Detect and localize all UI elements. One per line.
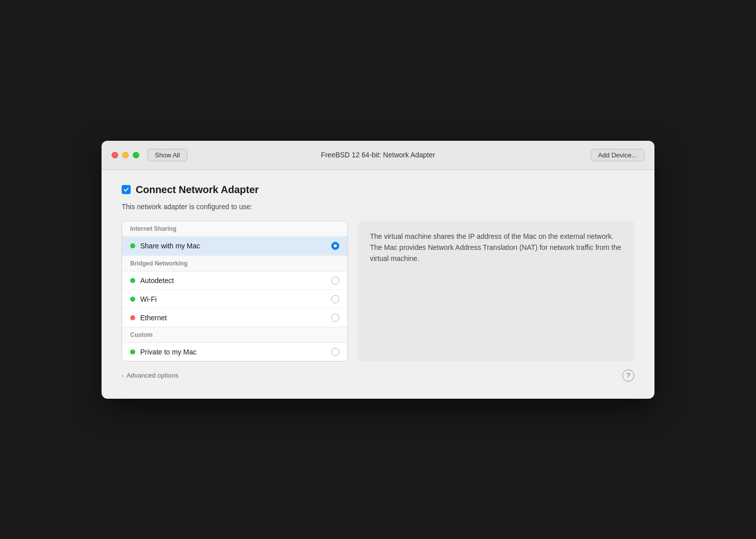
description-text: This network adapter is configured to us…	[122, 203, 634, 211]
bottom-bar: › Advanced options ?	[122, 362, 634, 384]
network-item-ethernet[interactable]: Ethernet	[122, 309, 347, 327]
radio-ethernet[interactable]	[331, 314, 339, 322]
titlebar: Show All FreeBSD 12 64-bit: Network Adap…	[102, 141, 654, 170]
group-header-bridged-networking: Bridged Networking	[122, 256, 347, 272]
add-device-button[interactable]: Add Device...	[591, 149, 644, 161]
network-label-private-to-mac: Private to my Mac	[140, 348, 326, 356]
help-button[interactable]: ?	[622, 370, 634, 382]
main-layout: Internet Sharing Share with my Mac Bridg…	[122, 221, 634, 362]
custom-group: Custom Private to my Mac	[122, 327, 347, 361]
advanced-options-toggle[interactable]: › Advanced options	[122, 372, 178, 379]
network-label-wifi: Wi-Fi	[140, 295, 326, 303]
traffic-lights	[112, 152, 139, 158]
minimize-button[interactable]	[122, 152, 129, 158]
status-dot-autodetect	[130, 278, 135, 283]
info-panel: The virtual machine shares the IP addres…	[358, 221, 634, 362]
radio-private-to-mac[interactable]	[331, 348, 339, 356]
status-dot-share-with-mac	[130, 243, 135, 248]
window-title: FreeBSD 12 64-bit: Network Adapter	[321, 151, 435, 159]
main-window: Show All FreeBSD 12 64-bit: Network Adap…	[102, 141, 654, 399]
advanced-options-label: Advanced options	[127, 372, 178, 379]
info-text: The virtual machine shares the IP addres…	[370, 232, 621, 263]
network-list-panel: Internet Sharing Share with my Mac Bridg…	[122, 221, 348, 362]
radio-autodetect[interactable]	[331, 277, 339, 285]
section-header: Connect Network Adapter	[122, 184, 634, 196]
network-label-ethernet: Ethernet	[140, 314, 326, 322]
content-area: Connect Network Adapter This network ada…	[102, 170, 654, 399]
maximize-button[interactable]	[133, 152, 139, 158]
network-label-autodetect: Autodetect	[140, 277, 326, 285]
network-item-autodetect[interactable]: Autodetect	[122, 272, 347, 290]
show-all-button[interactable]: Show All	[147, 149, 187, 161]
bridged-group: Bridged Networking Autodetect Wi-Fi Ethe…	[122, 255, 347, 327]
status-dot-private-to-mac	[130, 349, 135, 354]
network-item-share-with-mac[interactable]: Share with my Mac	[122, 237, 347, 255]
network-label-share-with-mac: Share with my Mac	[140, 242, 326, 250]
group-header-internet-sharing: Internet Sharing	[122, 221, 347, 237]
group-header-custom: Custom	[122, 327, 347, 343]
chevron-right-icon: ›	[122, 373, 124, 379]
radio-share-with-mac[interactable]	[331, 242, 339, 250]
status-dot-wifi	[130, 297, 135, 302]
status-dot-ethernet	[130, 315, 135, 320]
close-button[interactable]	[112, 152, 118, 158]
radio-wifi[interactable]	[331, 295, 339, 303]
connect-adapter-checkbox[interactable]	[122, 185, 131, 194]
network-item-wifi[interactable]: Wi-Fi	[122, 290, 347, 309]
network-item-private-to-mac[interactable]: Private to my Mac	[122, 343, 347, 361]
section-title: Connect Network Adapter	[136, 184, 259, 196]
